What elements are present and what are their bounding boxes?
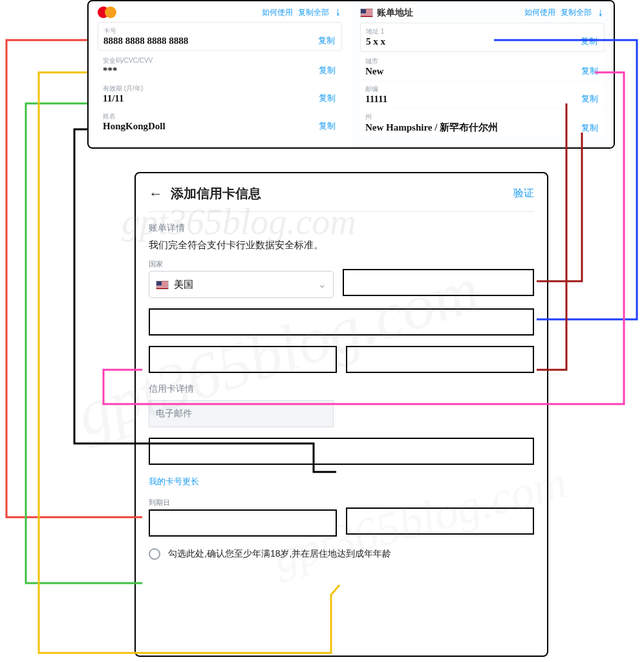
exp-caption: 到期日 <box>149 498 337 507</box>
cvv-label: 安全码/CVC/CVV <box>103 56 319 65</box>
reference-box: 如何使用 复制全部 ⭳ 卡号 8888 8888 8888 8888 复制 安全… <box>87 0 615 149</box>
address-input[interactable] <box>149 308 534 336</box>
city-label: 城市 <box>365 57 581 66</box>
copy-card-number[interactable]: 复制 <box>318 35 336 47</box>
cvv-value: *** <box>103 65 319 76</box>
state-row: 州 New Hampshire / 新罕布什尔州 复制 <box>360 110 605 136</box>
copy-zip[interactable]: 复制 <box>581 93 599 105</box>
card-section-label: 信用卡详情 <box>149 383 534 395</box>
city-row: 城市 New 复制 <box>360 54 605 80</box>
howto-link-b[interactable]: 如何使用 <box>524 7 555 18</box>
download-icon-b[interactable]: ⭳ <box>597 8 605 17</box>
addr1-label: 地址 1 <box>366 27 581 36</box>
country-caption: 国家 <box>149 259 334 269</box>
state-value: New Hampshire / 新罕布什尔州 <box>365 122 581 134</box>
copy-city[interactable]: 复制 <box>581 65 599 77</box>
billing-section-label: 账单详情 <box>149 222 534 234</box>
addr1-row: 地址 1 5 x x 复制 <box>360 23 605 52</box>
copy-expiry[interactable]: 复制 <box>319 92 337 104</box>
card-number-row: 卡号 8888 8888 8888 8888 复制 <box>98 22 342 51</box>
billing-title: 账单地址 <box>377 7 413 17</box>
email-field[interactable]: 电子邮件 <box>149 400 334 427</box>
copy-name[interactable]: 复制 <box>319 120 337 132</box>
us-flag-icon-sel <box>156 281 169 290</box>
card-panel-header: 如何使用 复制全部 ⭳ <box>98 6 342 18</box>
zip-row: 邮编 11111 复制 <box>360 82 605 107</box>
copyall-link[interactable]: 复制全部 <box>298 7 329 18</box>
card-number-value: 8888 8888 8888 8888 <box>103 36 318 47</box>
howto-link[interactable]: 如何使用 <box>262 7 293 18</box>
chevron-down-icon: ⌄ <box>318 279 327 290</box>
expiry-value: 11/11 <box>103 93 319 104</box>
form-header: ← 添加信用卡信息 验证 <box>149 185 534 212</box>
longer-card-link[interactable]: 我的卡号更长 <box>149 476 199 487</box>
copy-cvv[interactable]: 复制 <box>319 65 337 76</box>
form-title: 添加信用卡信息 <box>171 185 261 202</box>
zip-label: 邮编 <box>365 85 581 94</box>
copy-state[interactable]: 复制 <box>581 122 599 134</box>
age-confirm-text: 勾选此处,确认您至少年满18岁,并在居住地达到成年年龄 <box>168 548 391 560</box>
expiry-label: 有效期 (月/年) <box>103 84 319 93</box>
copyall-link-b[interactable]: 复制全部 <box>561 7 592 18</box>
country-value: 美国 <box>174 279 193 290</box>
mastercard-icon <box>98 6 116 18</box>
state-input[interactable] <box>343 269 534 296</box>
card-info-panel: 如何使用 复制全部 ⭳ 卡号 8888 8888 8888 8888 复制 安全… <box>89 1 351 147</box>
name-value: HongKongDoll <box>103 121 319 132</box>
name-label: 姓名 <box>103 112 319 121</box>
add-card-form: ← 添加信用卡信息 验证 账单详情 我们完全符合支付卡行业数据安全标准。 国家 … <box>134 172 548 657</box>
cvv-input[interactable] <box>346 507 534 535</box>
compliance-text: 我们完全符合支付卡行业数据安全标准。 <box>149 239 534 251</box>
billing-panel-header: 账单地址 如何使用 复制全部 ⭳ <box>360 6 605 19</box>
zip-input[interactable] <box>346 346 534 373</box>
addr1-value: 5 x x <box>366 36 581 47</box>
age-confirm-checkbox[interactable] <box>149 548 160 560</box>
copy-addr1[interactable]: 复制 <box>581 36 599 47</box>
cvv-row: 安全码/CVC/CVV *** 复制 <box>98 54 342 79</box>
city-value: New <box>365 66 581 77</box>
expiry-row: 有效期 (月/年) 11/11 复制 <box>98 81 342 107</box>
us-flag-icon <box>360 8 373 17</box>
verify-link[interactable]: 验证 <box>513 187 534 200</box>
name-row: 姓名 HongKongDoll 复制 <box>98 109 342 134</box>
country-select[interactable]: 美国 ⌄ <box>149 271 334 298</box>
zip-value: 11111 <box>365 94 581 105</box>
state-label: 州 <box>365 112 581 122</box>
expiry-input[interactable] <box>149 509 337 537</box>
back-arrow-icon[interactable]: ← <box>149 186 163 202</box>
billing-info-panel: 账单地址 如何使用 复制全部 ⭳ 地址 1 5 x x 复制 城市 New <box>351 1 614 147</box>
card-number-label: 卡号 <box>103 27 318 36</box>
card-number-input[interactable] <box>149 438 534 465</box>
download-icon[interactable]: ⭳ <box>334 8 342 17</box>
city-input[interactable] <box>149 346 337 373</box>
